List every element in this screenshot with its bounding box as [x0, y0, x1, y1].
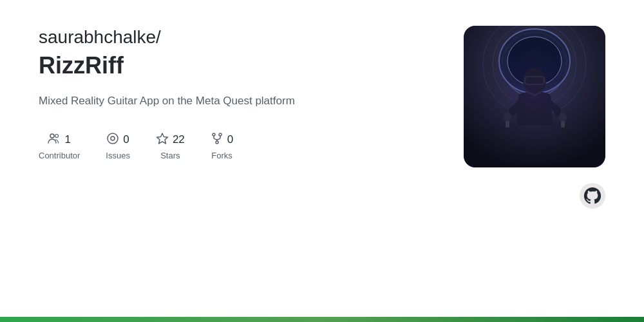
forks-label: Forks: [211, 151, 232, 160]
svg-rect-22: [464, 26, 605, 167]
stat-forks-top: 0: [211, 132, 233, 147]
stat-forks[interactable]: 0 Forks: [211, 132, 233, 160]
contributors-label: Contributor: [39, 151, 80, 160]
svg-point-1: [55, 135, 59, 138]
stars-label: Stars: [160, 151, 180, 160]
svg-point-23: [580, 183, 605, 209]
thumbnail-svg: [464, 26, 605, 167]
forks-icon: [211, 132, 223, 147]
stat-stars-top: 22: [156, 132, 185, 147]
stats-row: 1 Contributor 0 Issues: [39, 132, 438, 160]
forks-count: 0: [227, 133, 233, 146]
issues-count: 0: [123, 133, 129, 146]
stat-stars[interactable]: 22 Stars: [156, 132, 185, 160]
stars-count: 22: [173, 133, 185, 146]
issues-label: Issues: [106, 151, 130, 160]
github-logo[interactable]: [580, 183, 605, 209]
stat-issues-top: 0: [106, 132, 129, 147]
repo-owner[interactable]: saurabhchalke/: [39, 26, 438, 49]
repo-name[interactable]: RizzRiff: [39, 52, 438, 79]
stars-icon: [156, 132, 169, 147]
main-content: saurabhchalke/ RizzRiff Mixed Reality Gu…: [0, 0, 644, 317]
repo-thumbnail: [464, 26, 605, 167]
svg-point-2: [108, 133, 118, 144]
stat-issues[interactable]: 0 Issues: [106, 132, 130, 160]
left-section: saurabhchalke/ RizzRiff Mixed Reality Gu…: [39, 26, 464, 160]
svg-point-3: [111, 137, 115, 140]
right-section: [464, 26, 605, 209]
svg-marker-4: [156, 133, 167, 144]
issues-icon: [106, 132, 119, 147]
stat-contributors[interactable]: 1 Contributor: [39, 132, 80, 160]
contributors-count: 1: [64, 133, 70, 146]
bottom-bar: [0, 317, 644, 322]
contributors-icon: [48, 132, 61, 147]
svg-point-0: [50, 134, 54, 138]
repo-description: Mixed Reality Guitar App on the Meta Que…: [39, 93, 348, 109]
stat-contributors-top: 1: [48, 132, 70, 147]
